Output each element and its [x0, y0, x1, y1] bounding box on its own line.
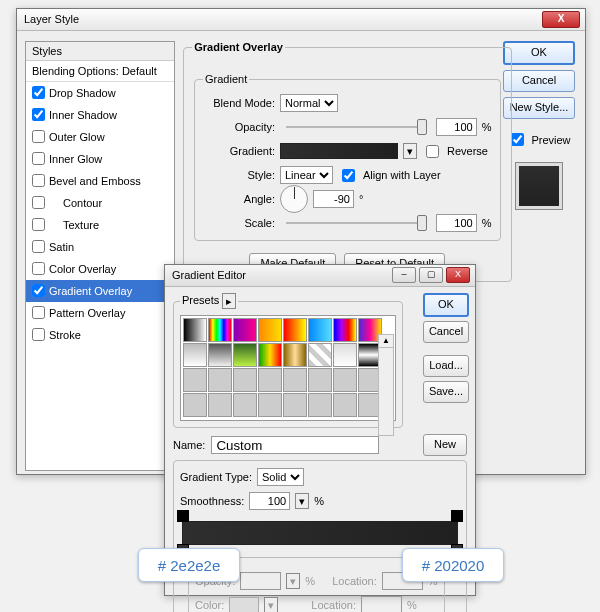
- close-icon[interactable]: X: [542, 11, 580, 28]
- style-item-inner-shadow[interactable]: Inner Shadow: [26, 104, 174, 126]
- ge-new-button[interactable]: New: [423, 434, 467, 456]
- presets-menu-icon[interactable]: ▸: [222, 293, 236, 309]
- style-label: Style:: [203, 169, 275, 181]
- style-checkbox[interactable]: [32, 86, 45, 99]
- opacity-label: Opacity:: [203, 121, 275, 133]
- gradient-type-select[interactable]: Solid: [257, 468, 304, 486]
- scale-slider[interactable]: [286, 222, 425, 224]
- style-item-outer-glow[interactable]: Outer Glow: [26, 126, 174, 148]
- scrollbar[interactable]: ▲: [378, 334, 394, 436]
- align-checkbox[interactable]: [342, 169, 355, 182]
- style-item-bevel-and-emboss[interactable]: Bevel and Emboss: [26, 170, 174, 192]
- gradient-picker[interactable]: [280, 143, 398, 159]
- preset-swatch[interactable]: [258, 318, 282, 342]
- style-item-drop-shadow[interactable]: Drop Shadow: [26, 82, 174, 104]
- ge-ok-button[interactable]: OK: [423, 293, 469, 317]
- chevron-down-icon: ▾: [286, 573, 300, 589]
- styles-panel: Styles Blending Options: Default Drop Sh…: [25, 41, 175, 471]
- angle-input[interactable]: [313, 190, 354, 208]
- preview-checkbox[interactable]: [511, 133, 524, 146]
- preset-swatch[interactable]: [308, 318, 332, 342]
- preset-swatch[interactable]: [283, 318, 307, 342]
- ge-save-button[interactable]: Save...: [423, 381, 469, 403]
- ge-titlebar[interactable]: Gradient Editor – ▢ X: [165, 265, 475, 287]
- preset-swatch[interactable]: [283, 393, 307, 417]
- opacity-input[interactable]: [436, 118, 477, 136]
- preset-swatch[interactable]: [183, 393, 207, 417]
- cancel-button[interactable]: Cancel: [503, 70, 575, 92]
- style-checkbox[interactable]: [32, 306, 45, 319]
- preset-swatch[interactable]: [233, 318, 257, 342]
- style-checkbox[interactable]: [32, 108, 45, 121]
- preset-swatch[interactable]: [208, 368, 232, 392]
- preset-swatch[interactable]: [333, 368, 357, 392]
- preset-swatch[interactable]: [233, 343, 257, 367]
- preset-swatch[interactable]: [208, 318, 232, 342]
- chevron-down-icon[interactable]: ▾: [403, 143, 417, 159]
- ge-load-button[interactable]: Load...: [423, 355, 469, 377]
- preset-swatch[interactable]: [333, 318, 357, 342]
- preset-swatch[interactable]: [308, 343, 332, 367]
- style-item-inner-glow[interactable]: Inner Glow: [26, 148, 174, 170]
- preset-swatch[interactable]: [233, 393, 257, 417]
- style-item-texture[interactable]: Texture: [26, 214, 174, 236]
- preset-swatch[interactable]: [208, 393, 232, 417]
- ge-name-input[interactable]: [211, 436, 379, 454]
- style-checkbox[interactable]: [32, 284, 45, 297]
- style-checkbox[interactable]: [32, 218, 45, 231]
- preset-swatch[interactable]: [308, 393, 332, 417]
- style-checkbox[interactable]: [32, 152, 45, 165]
- preset-swatch[interactable]: [183, 318, 207, 342]
- style-item-contour[interactable]: Contour: [26, 192, 174, 214]
- style-label: Color Overlay: [49, 263, 116, 275]
- titlebar[interactable]: Layer Style X: [17, 9, 585, 31]
- style-checkbox[interactable]: [32, 328, 45, 341]
- preset-swatch[interactable]: [308, 368, 332, 392]
- style-checkbox[interactable]: [32, 196, 45, 209]
- preset-swatch[interactable]: [283, 368, 307, 392]
- preset-swatch[interactable]: [333, 343, 357, 367]
- preset-swatch[interactable]: [333, 393, 357, 417]
- style-checkbox[interactable]: [32, 174, 45, 187]
- style-checkbox[interactable]: [32, 240, 45, 253]
- minimize-icon[interactable]: –: [392, 267, 416, 283]
- angle-dial[interactable]: [280, 185, 308, 213]
- ge-cancel-button[interactable]: Cancel: [423, 321, 469, 343]
- stop-opacity-input: [240, 572, 281, 590]
- blending-options[interactable]: Blending Options: Default: [26, 61, 174, 82]
- scale-input[interactable]: [436, 214, 477, 232]
- style-label: Outer Glow: [49, 131, 105, 143]
- style-item-stroke[interactable]: Stroke: [26, 324, 174, 346]
- preset-swatch[interactable]: [233, 368, 257, 392]
- align-label: Align with Layer: [363, 169, 441, 181]
- blend-mode-select[interactable]: Normal: [280, 94, 338, 112]
- style-item-color-overlay[interactable]: Color Overlay: [26, 258, 174, 280]
- preset-swatch[interactable]: [258, 393, 282, 417]
- style-item-gradient-overlay[interactable]: Gradient Overlay: [26, 280, 174, 302]
- styles-header[interactable]: Styles: [26, 42, 174, 61]
- gradient-editor-dialog: Gradient Editor – ▢ X OK Cancel Load... …: [164, 264, 476, 596]
- style-checkbox[interactable]: [32, 130, 45, 143]
- preset-swatch[interactable]: [258, 343, 282, 367]
- ge-close-icon[interactable]: X: [446, 267, 470, 283]
- maximize-icon[interactable]: ▢: [419, 267, 443, 283]
- preset-swatch[interactable]: [208, 343, 232, 367]
- reverse-checkbox[interactable]: [426, 145, 439, 158]
- preset-swatch[interactable]: [283, 343, 307, 367]
- opacity-stop-right[interactable]: [451, 510, 463, 522]
- style-item-satin[interactable]: Satin: [26, 236, 174, 258]
- ok-button[interactable]: OK: [503, 41, 575, 65]
- preset-swatch[interactable]: [183, 343, 207, 367]
- style-item-pattern-overlay[interactable]: Pattern Overlay: [26, 302, 174, 324]
- style-checkbox[interactable]: [32, 262, 45, 275]
- smoothness-input[interactable]: [249, 492, 290, 510]
- style-select[interactable]: Linear: [280, 166, 333, 184]
- new-style-button[interactable]: New Style...: [503, 97, 575, 119]
- preset-swatch[interactable]: [258, 368, 282, 392]
- gradient-def-group: Gradient Type: Solid Smoothness: ▾ % Sto…: [173, 460, 467, 612]
- opacity-slider[interactable]: [286, 126, 425, 128]
- preset-swatch[interactable]: [183, 368, 207, 392]
- chevron-down-icon[interactable]: ▾: [295, 493, 309, 509]
- gradient-track[interactable]: [182, 521, 458, 545]
- opacity-stop-left[interactable]: [177, 510, 189, 522]
